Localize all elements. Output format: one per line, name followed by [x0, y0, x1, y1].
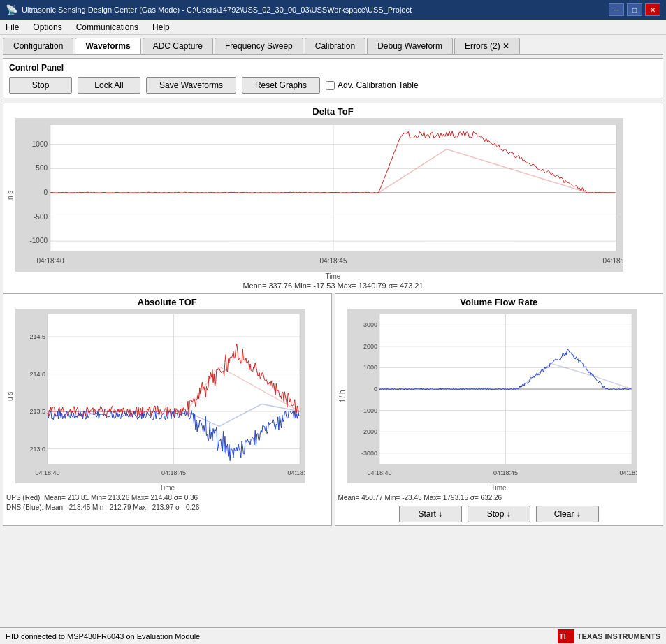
status-text: HID connected to MSP430FR6043 on Evaluat… — [6, 632, 200, 641]
volume-flow-title: Volume Flow Rate — [338, 297, 660, 307]
window-title: Ultrasonic Sensing Design Center (Gas Mo… — [22, 6, 609, 14]
tab-waveforms[interactable]: Waveforms — [75, 38, 140, 54]
volume-flow-x-label: Time — [338, 484, 660, 492]
minimize-button[interactable]: ─ — [609, 3, 624, 16]
close-button[interactable]: ✕ — [645, 3, 660, 16]
control-panel-title: Control Panel — [9, 63, 657, 73]
absolute-tof-y-label: u s — [6, 309, 14, 483]
menu-communications[interactable]: Communications — [73, 21, 141, 34]
title-bar: 📡 Ultrasonic Sensing Design Center (Gas … — [0, 0, 666, 20]
svg-text:TI: TI — [559, 632, 566, 641]
absolute-tof-wrapper: u s — [6, 309, 328, 483]
absolute-tof-canvas — [15, 309, 305, 483]
ti-logo: TI TEXAS INSTRUMENTS — [558, 629, 660, 643]
status-bar: HID connected to MSP430FR6043 on Evaluat… — [0, 627, 666, 644]
reset-graphs-button[interactable]: Reset Graphs — [242, 77, 320, 94]
vf-start-button[interactable]: Start ↓ — [399, 506, 462, 522]
bottom-charts-row: Absolute TOF u s Time UPS (Red): Mean= 2… — [3, 293, 663, 526]
menu-help[interactable]: Help — [150, 21, 173, 34]
tab-adc-capture[interactable]: ADC Capture — [143, 38, 213, 54]
save-waveforms-button[interactable]: Save Waveforms — [146, 77, 236, 94]
control-row: Stop Lock All Save Waveforms Reset Graph… — [9, 77, 657, 94]
main-content: Configuration Waveforms ADC Capture Freq… — [0, 35, 666, 627]
menu-bar: File Options Communications Help — [0, 20, 666, 35]
vf-clear-button[interactable]: Clear ↓ — [536, 506, 599, 522]
volume-flow-container: Volume Flow Rate f / h Time Mean= 450.77… — [335, 293, 664, 526]
stop-button[interactable]: Stop — [9, 77, 72, 94]
menu-options[interactable]: Options — [30, 21, 64, 34]
absolute-tof-stats-ups: UPS (Red): Mean= 213.81 Min= 213.26 Max=… — [6, 493, 328, 513]
absolute-tof-title: Absolute TOF — [6, 297, 328, 307]
volume-flow-canvas — [347, 309, 637, 483]
vf-stop-button[interactable]: Stop ↓ — [468, 506, 530, 522]
absolute-tof-x-label: Time — [6, 484, 328, 492]
volume-flow-buttons: Start ↓ Stop ↓ Clear ↓ — [338, 506, 660, 522]
delta-tof-chart-wrapper: n s — [6, 118, 660, 272]
delta-tof-canvas — [15, 118, 623, 272]
lock-all-button[interactable]: Lock All — [78, 77, 140, 94]
absolute-tof-container: Absolute TOF u s Time UPS (Red): Mean= 2… — [3, 293, 332, 526]
delta-tof-x-label: Time — [6, 272, 660, 280]
tab-errors[interactable]: Errors (2) ✕ — [454, 38, 520, 54]
menu-file[interactable]: File — [3, 21, 22, 34]
delta-tof-container: Delta ToF n s Time Mean= 337.76 Min= -17… — [3, 103, 663, 293]
control-panel: Control Panel Stop Lock All Save Wavefor… — [3, 58, 663, 98]
tab-calibration[interactable]: Calibration — [305, 38, 365, 54]
tab-frequency-sweep[interactable]: Frequency Sweep — [215, 38, 303, 54]
volume-flow-y-label: f / h — [338, 309, 346, 483]
tab-debug-waveform[interactable]: Debug Waveform — [367, 38, 453, 54]
tab-configuration[interactable]: Configuration — [3, 38, 73, 54]
adv-calibration-checkbox[interactable] — [326, 81, 335, 90]
delta-tof-y-label: n s — [6, 118, 14, 272]
tab-bar: Configuration Waveforms ADC Capture Freq… — [3, 38, 663, 55]
delta-tof-title: Delta ToF — [6, 106, 660, 117]
ti-logo-icon: TI — [558, 629, 574, 643]
adv-calibration-label[interactable]: Adv. Calibration Table — [326, 80, 419, 90]
delta-tof-stats: Mean= 337.76 Min= -17.53 Max= 1340.79 σ=… — [6, 281, 660, 290]
volume-flow-stats: Mean= 450.77 Min= -23.45 Max= 1793.15 σ=… — [338, 493, 660, 503]
volume-flow-wrapper: f / h — [338, 309, 660, 483]
maximize-button[interactable]: □ — [627, 3, 642, 16]
